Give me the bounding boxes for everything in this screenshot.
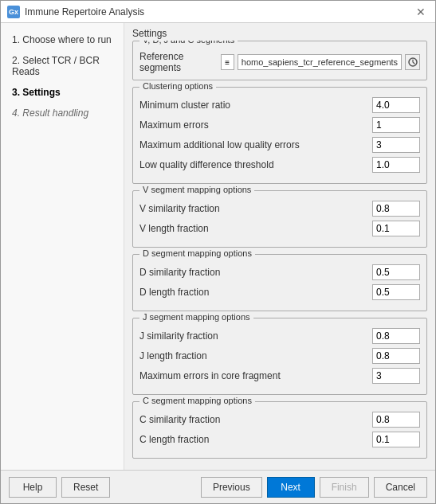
sidebar: 1. Choose where to run 2. Select TCR / B…: [1, 23, 124, 470]
footer: Help Reset Previous Next Finish Cancel: [1, 470, 435, 503]
d-label-0: D similarity fraction: [139, 267, 372, 278]
j-label-0: J similarity fraction: [139, 330, 372, 342]
settings-header: Settings: [124, 23, 435, 41]
clustering-row-3: Low quality difference threshold: [139, 157, 420, 173]
clustering-row-2: Maximum additional low quality errors: [139, 137, 420, 153]
ref-list-icon[interactable]: ≡: [221, 54, 234, 70]
vdj-segments-title: V, D, J and C segments: [139, 41, 238, 45]
j-segment-title: J segment mapping options: [139, 312, 253, 322]
c-label-0: C similarity fraction: [139, 414, 372, 425]
ref-label: Reference segments: [139, 51, 214, 73]
ref-browse-button[interactable]: [405, 54, 420, 70]
clustering-label-0: Minimum cluster ratio: [139, 100, 372, 111]
step1-label: Choose where to run: [22, 34, 111, 45]
j-row-1: J length fraction: [139, 348, 420, 364]
main-panel: Settings V, D, J and C segments Referenc…: [124, 23, 435, 470]
c-segment-content: C similarity fraction C length fraction: [139, 412, 420, 447]
d-input-0[interactable]: [372, 264, 420, 280]
previous-button[interactable]: Previous: [201, 477, 262, 498]
clustering-row-1: Maximum errors: [139, 117, 420, 133]
step2-number: 2.: [12, 55, 20, 66]
title-bar: Gx Immune Repertoire Analysis ✕: [1, 1, 435, 23]
j-segment-content: J similarity fraction J length fraction …: [139, 328, 420, 384]
d-input-1[interactable]: [372, 284, 420, 300]
ref-value[interactable]: homo_sapiens_tcr_reference_segments: [238, 54, 402, 70]
d-segment-title: D segment mapping options: [139, 248, 255, 258]
j-row-2: Maximum errors in core fragment: [139, 368, 420, 384]
clustering-input-0[interactable]: [372, 97, 420, 113]
window-title: Immune Repertoire Analysis: [25, 6, 144, 18]
clustering-input-1[interactable]: [372, 117, 420, 133]
d-label-1: D length fraction: [139, 287, 372, 298]
app-icon: Gx: [7, 6, 20, 18]
next-button[interactable]: Next: [267, 477, 315, 498]
v-row-1: V length fraction: [139, 221, 420, 236]
clustering-input-3[interactable]: [372, 157, 420, 173]
v-segment-title: V segment mapping options: [139, 185, 254, 194]
j-row-0: J similarity fraction: [139, 328, 420, 344]
browse-icon: [407, 57, 418, 68]
cancel-button[interactable]: Cancel: [374, 477, 427, 498]
j-input-1[interactable]: [372, 348, 420, 364]
c-segment-title: C segment mapping options: [139, 396, 255, 405]
footer-right: Previous Next Finish Cancel: [201, 477, 427, 498]
d-segment-content: D similarity fraction D length fraction: [139, 264, 420, 300]
j-segment-group: J segment mapping options J similarity f…: [132, 318, 427, 395]
clustering-title: Clustering options: [139, 81, 216, 91]
c-input-0[interactable]: [372, 412, 420, 428]
clustering-label-2: Maximum additional low quality errors: [139, 139, 372, 150]
j-input-0[interactable]: [372, 328, 420, 344]
step3-number: 3.: [12, 87, 20, 98]
reset-button[interactable]: Reset: [61, 477, 110, 498]
c-input-1[interactable]: [372, 432, 420, 447]
vdj-content: Reference segments ≡ homo_sapiens_tcr_re…: [139, 51, 420, 73]
reference-row: Reference segments ≡ homo_sapiens_tcr_re…: [139, 51, 420, 73]
v-segment-group: V segment mapping options V similarity f…: [132, 190, 427, 248]
help-button[interactable]: Help: [9, 477, 57, 498]
clustering-content: Minimum cluster ratio Maximum errors Max…: [139, 97, 420, 173]
step4-number: 4.: [12, 107, 20, 119]
finish-button[interactable]: Finish: [320, 477, 369, 498]
c-row-1: C length fraction: [139, 432, 420, 447]
clustering-input-2[interactable]: [372, 137, 420, 153]
sidebar-item-step1[interactable]: 1. Choose where to run: [7, 31, 117, 49]
clustering-row-0: Minimum cluster ratio: [139, 97, 420, 113]
j-label-1: J length fraction: [139, 350, 372, 361]
clustering-group: Clustering options Minimum cluster ratio…: [132, 87, 427, 184]
step2-label: Select TCR / BCR Reads: [12, 55, 100, 77]
c-label-1: C length fraction: [139, 434, 372, 445]
main-window: Gx Immune Repertoire Analysis ✕ 1. Choos…: [0, 0, 436, 504]
clustering-label-1: Maximum errors: [139, 119, 372, 131]
close-button[interactable]: ✕: [413, 4, 429, 20]
c-segment-group: C segment mapping options C similarity f…: [132, 401, 427, 459]
v-row-0: V similarity fraction: [139, 201, 420, 217]
d-segment-group: D segment mapping options D similarity f…: [132, 254, 427, 311]
d-row-1: D length fraction: [139, 284, 420, 300]
step3-label: Settings: [22, 87, 60, 98]
d-row-0: D similarity fraction: [139, 264, 420, 280]
v-input-0[interactable]: [372, 201, 420, 217]
content-area: 1. Choose where to run 2. Select TCR / B…: [1, 23, 435, 470]
v-label-0: V similarity fraction: [139, 203, 372, 214]
v-input-1[interactable]: [372, 221, 420, 236]
clustering-label-3: Low quality difference threshold: [139, 159, 372, 170]
j-input-2[interactable]: [372, 368, 420, 384]
c-row-0: C similarity fraction: [139, 412, 420, 428]
j-label-2: Maximum errors in core fragment: [139, 370, 372, 381]
sidebar-item-step2[interactable]: 2. Select TCR / BCR Reads: [7, 52, 117, 80]
step4-label: Result handling: [22, 107, 88, 119]
footer-left: Help Reset: [9, 477, 110, 498]
vdj-segments-group: V, D, J and C segments Reference segment…: [132, 41, 427, 80]
v-label-1: V length fraction: [139, 223, 372, 234]
sidebar-item-step4[interactable]: 4. Result handling: [7, 104, 117, 122]
settings-content: V, D, J and C segments Reference segment…: [124, 41, 435, 470]
v-segment-content: V similarity fraction V length fraction: [139, 201, 420, 236]
sidebar-item-step3[interactable]: 3. Settings: [7, 84, 117, 101]
title-bar-left: Gx Immune Repertoire Analysis: [7, 6, 144, 18]
step1-number: 1.: [12, 34, 20, 45]
